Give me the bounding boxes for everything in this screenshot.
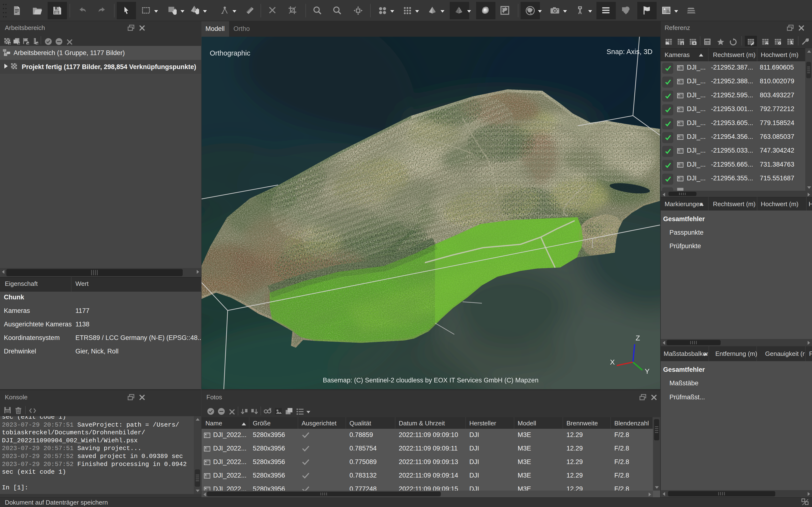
svg-text:Y: Y: [645, 367, 650, 375]
svg-text:Snap: Axis, 3D: Snap: Axis, 3D: [607, 48, 653, 56]
svg-text:X: X: [610, 358, 615, 366]
svg-text:Basemap: (C) Sentinel-2 cloudl: Basemap: (C) Sentinel-2 cloudless by EOX…: [323, 377, 539, 384]
svg-text:Z: Z: [636, 334, 640, 342]
svg-text:Orthographic: Orthographic: [210, 49, 250, 57]
